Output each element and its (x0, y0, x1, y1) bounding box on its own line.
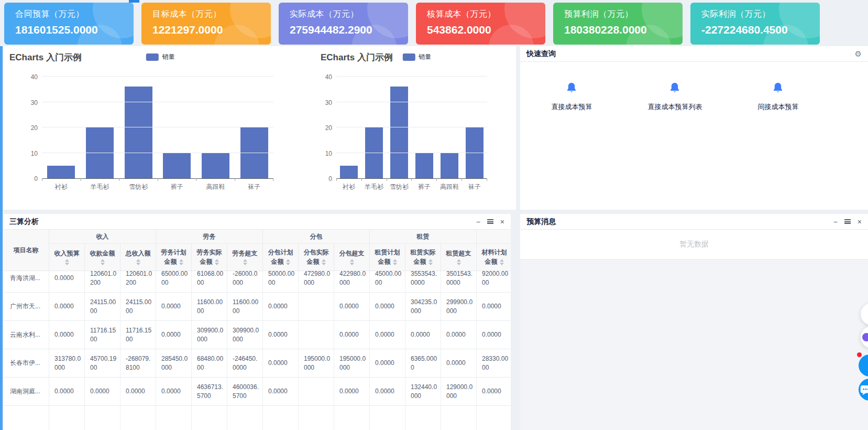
column-header[interactable]: 总收入额 (120, 244, 156, 271)
value-cell: 0.0000 (49, 271, 85, 293)
sort-caret-icon[interactable] (179, 259, 183, 265)
kpi-value: 180380228.0000 (564, 24, 683, 36)
sort-caret-icon[interactable] (457, 259, 461, 265)
column-group-header: 租赁 (370, 230, 477, 244)
value-cell (227, 406, 263, 430)
column-header[interactable]: 劳务超支 (227, 244, 263, 271)
value-cell: 132440.0000 (405, 378, 441, 406)
sort-caret-icon[interactable] (428, 259, 433, 265)
sort-caret-icon[interactable] (350, 259, 354, 265)
y-axis-tick-label: 40 (312, 73, 332, 81)
kpi-card-actual-cost: 实际成本（万元） 275944482.2900 (279, 3, 408, 45)
column-header[interactable]: 分包超支 (334, 244, 370, 271)
bar-chart-1: ECharts 入门示例 销量 衬衫羊毛衫雪纺衫裤子高跟鞋袜子 01020304… (3, 46, 314, 210)
value-cell (477, 406, 511, 430)
quick-link-indirect-cost-budget[interactable]: 间接成本预算 (727, 81, 830, 112)
kpi-card-target-cost: 目标成本（万元） 1221297.0000 (141, 3, 271, 45)
charts-panel: ECharts 入门示例 销量 衬衫羊毛衫雪纺衫裤子高跟鞋袜子 01020304… (3, 46, 516, 210)
table-body[interactable]: 青海洪湖...0.0000120601.0200120601.020065000… (3, 271, 511, 430)
column-header[interactable]: 租赁实际金额 (405, 244, 441, 271)
value-cell: 65000.0000 (156, 271, 192, 293)
sort-caret-icon[interactable] (136, 259, 140, 265)
x-axis-label: 裤子 (158, 182, 196, 191)
value-cell (334, 406, 370, 430)
sort-caret-icon[interactable] (500, 259, 504, 265)
column-header[interactable]: 收入预算 (49, 244, 85, 271)
value-cell (299, 378, 334, 406)
value-cell: 4636713.5700 (192, 378, 227, 406)
category-band (119, 77, 158, 178)
value-cell: 299900.0000 (441, 293, 477, 321)
value-cell: 61068.0000 (192, 271, 227, 293)
value-cell: 195000.0000 (299, 349, 334, 378)
value-cell: 0.0000 (334, 321, 370, 349)
value-cell: 0.0000 (49, 321, 85, 349)
legend[interactable]: 销量 (402, 52, 431, 61)
column-header[interactable]: 材料计划金额 (477, 244, 511, 271)
quick-link-label: 直接成本预算 (520, 102, 623, 112)
x-axis-labels: 衬衫羊毛衫雪纺衫裤子高跟鞋袜子 (336, 178, 487, 191)
value-cell: 120601.0200 (120, 271, 156, 293)
budget-messages-panel: 预算消息 − × 暂无数据 (520, 214, 868, 430)
y-axis-tick-label: 10 (18, 150, 38, 157)
column-header[interactable]: 劳务实际金额 (192, 244, 227, 271)
bars (336, 77, 487, 178)
x-axis-label: 羊毛衫 (361, 182, 387, 191)
project-name-cell: 湖南洞庭... (3, 378, 49, 406)
bar (390, 87, 409, 178)
gear-icon[interactable]: ⚙ (855, 49, 862, 59)
column-header[interactable]: 分包实际金额 (299, 244, 334, 271)
bar (466, 127, 484, 178)
panel-title: 预算消息 (526, 217, 556, 227)
menu-icon[interactable] (487, 219, 493, 224)
value-cell: -26000.0000 (227, 271, 263, 293)
sort-caret-icon[interactable] (243, 259, 247, 265)
bar (365, 127, 383, 178)
quick-link-direct-cost-budget[interactable]: 直接成本预算 (520, 81, 623, 112)
x-axis-label: 裤子 (412, 182, 437, 191)
value-cell: 0.0000 (477, 378, 511, 406)
value-cell: 0.0000 (156, 321, 192, 349)
close-icon[interactable]: × (858, 218, 862, 225)
column-header[interactable]: 租赁超支 (441, 244, 477, 271)
gridline (336, 153, 487, 153)
quick-query-panel: 快速查询 ⚙ 直接成本预算 直接成本预算列表 间接成本预算 (520, 46, 868, 210)
value-cell: 0.0000 (263, 378, 299, 406)
quick-link-direct-cost-budget-list[interactable]: 直接成本预算列表 (623, 81, 727, 112)
bar (125, 87, 152, 178)
kpi-value: -227224680.4500 (701, 24, 820, 36)
sort-caret-icon[interactable] (322, 259, 326, 265)
minimize-icon[interactable]: − (476, 218, 480, 225)
legend[interactable]: 销量 (146, 52, 175, 61)
column-header[interactable]: 分包计划金额 (263, 244, 299, 271)
column-header[interactable]: 收款金额 (85, 244, 120, 271)
column-header-project: 项目名称 (3, 230, 49, 271)
minimize-icon[interactable]: − (833, 218, 838, 225)
sort-caret-icon[interactable] (286, 259, 290, 265)
category-band (437, 77, 462, 178)
kpi-title: 实际成本（万元） (290, 9, 408, 20)
column-header[interactable]: 劳务计划金额 (156, 244, 192, 271)
chat-bubble-icon (859, 383, 868, 396)
sort-caret-icon[interactable] (101, 259, 105, 265)
value-cell: 0.0000 (370, 293, 405, 321)
x-axis-label: 高跟鞋 (437, 182, 462, 191)
menu-icon[interactable] (844, 219, 851, 224)
value-cell: 50000.0000 (263, 271, 299, 293)
value-cell: 0.0000 (370, 321, 405, 349)
value-cell: 129000.0000 (441, 378, 477, 406)
category-band (387, 77, 412, 178)
bar-chart-2: ECharts 入门示例 销量 衬衫羊毛衫雪纺衫裤子高跟鞋袜子 01020304… (314, 46, 516, 210)
y-axis-tick-label: 20 (312, 124, 332, 132)
sort-caret-icon[interactable] (215, 259, 219, 265)
value-cell (405, 406, 441, 430)
close-icon[interactable]: × (500, 218, 504, 225)
value-cell: 28330.0000 (477, 349, 511, 378)
bar (340, 166, 358, 178)
sort-caret-icon[interactable] (65, 259, 69, 265)
value-cell: 4600036.5700 (227, 378, 263, 406)
sort-caret-icon[interactable] (393, 259, 397, 265)
column-header[interactable]: 租赁计划金额 (370, 244, 405, 271)
value-cell: 11716.1500 (120, 321, 156, 349)
value-cell: 309900.0000 (192, 321, 227, 349)
